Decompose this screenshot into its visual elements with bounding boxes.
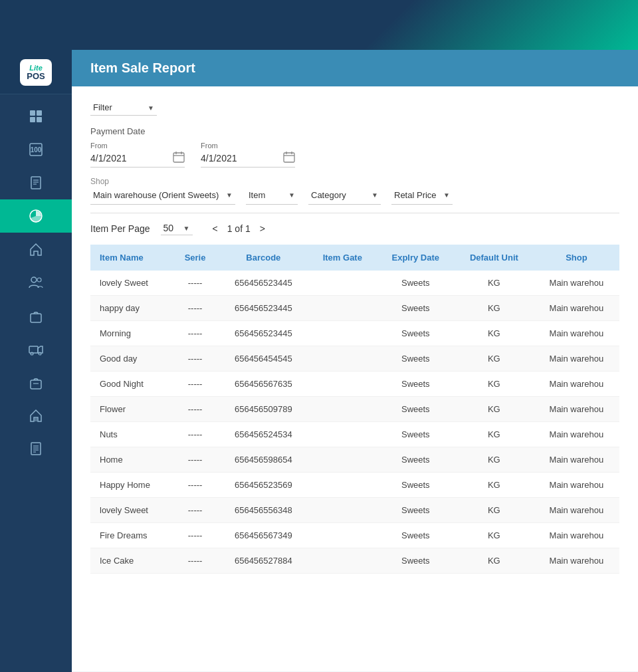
cell-item-gate [308, 372, 377, 397]
calendar-icon-1[interactable] [173, 151, 185, 166]
cell-expiry-date: Sweets [377, 447, 455, 473]
payment-date-section: Payment Date From [90, 126, 619, 168]
retail-price-select[interactable]: Retal Price Cost Price [391, 189, 453, 201]
shop-select[interactable]: Main warehouse (Orient Sweets) All Shops [90, 189, 235, 201]
per-page-select[interactable]: 50 25 100 [161, 221, 193, 235]
cell-item-name: Happy Home [90, 473, 171, 498]
cell-item-gate [308, 422, 377, 447]
col-shop: Shop [534, 245, 619, 271]
sidebar: Lite POS [0, 50, 72, 672]
cell-default-unit: KG [455, 346, 534, 372]
reports-icon [29, 175, 43, 190]
dates-row: From [90, 142, 619, 168]
logo-pos: POS [27, 72, 45, 80]
cell-shop: Main warehou [534, 473, 619, 498]
svg-rect-17 [31, 380, 41, 389]
cell-serie: ----- [171, 397, 218, 422]
filter-select[interactable]: Filter All By Date [90, 100, 157, 116]
filter-dropdown-wrapper[interactable]: Filter All By Date ▼ [90, 100, 157, 116]
item-dropdown-wrapper[interactable]: Item All Items ▼ [246, 189, 298, 205]
cell-item-name: Ice Cake [90, 548, 171, 574]
table-row: Morning ----- 656456523445 Sweets KG Mai… [90, 321, 619, 346]
cell-expiry-date: Sweets [377, 321, 455, 346]
sidebar-item-users[interactable] [0, 266, 72, 299]
cell-barcode: 656456524534 [219, 422, 308, 447]
sidebar-item-counter[interactable]: 100 [0, 133, 72, 166]
per-page-wrapper[interactable]: 50 25 100 ▼ [161, 221, 193, 235]
svg-rect-2 [30, 117, 35, 122]
date-field-2: From [201, 142, 295, 168]
item-select[interactable]: Item All Items [246, 189, 298, 201]
home-icon [29, 242, 43, 257]
content-area: Filter All By Date ▼ Payment Date From [72, 86, 638, 671]
table-row: Home ----- 656456598654 Sweets KG Main w… [90, 447, 619, 473]
cell-barcode: 656456523445 [219, 271, 308, 296]
cell-barcode: 656456523445 [219, 296, 308, 321]
cell-serie: ----- [171, 523, 218, 548]
page-nav: < 1 of 1 > [209, 222, 269, 235]
page-header: Item Sale Report [72, 50, 638, 86]
bag-icon [29, 308, 43, 323]
divider [90, 213, 619, 213]
reports2-icon [29, 441, 43, 456]
col-default-unit: Default Unit [455, 245, 534, 271]
from-label-1: From [90, 142, 185, 150]
cell-item-name: Good Night [90, 372, 171, 397]
date-input-1[interactable] [90, 153, 170, 164]
cell-barcode: 656456509789 [219, 397, 308, 422]
sidebar-item-home[interactable] [0, 233, 72, 266]
svg-point-16 [39, 352, 41, 355]
cell-serie: ----- [171, 372, 218, 397]
date-input-2[interactable] [201, 153, 280, 164]
payment-date-label: Payment Date [90, 126, 619, 136]
retail-price-dropdown-wrapper[interactable]: Retal Price Cost Price ▼ [391, 189, 453, 205]
data-table: Item Name Serie Barcode Item Gate Explry… [90, 245, 619, 574]
cell-item-gate [308, 346, 377, 372]
sidebar-item-bag2[interactable] [0, 366, 72, 399]
sidebar-nav: 100 [0, 94, 72, 465]
sidebar-item-bag[interactable] [0, 299, 72, 332]
cell-shop: Main warehou [534, 447, 619, 473]
pagination-section: Item Per Page 50 25 100 ▼ < 1 of 1 > [90, 221, 619, 235]
svg-point-11 [31, 277, 37, 282]
cell-item-name: Home [90, 447, 171, 473]
cell-item-gate [308, 296, 377, 321]
cell-serie: ----- [171, 422, 218, 447]
svg-rect-29 [284, 153, 294, 162]
cell-default-unit: KG [455, 271, 534, 296]
items-per-page-label: Item Per Page [90, 223, 150, 234]
table-body: lovely Sweet ----- 656456523445 Sweets K… [90, 271, 619, 574]
cell-default-unit: KG [455, 296, 534, 321]
sidebar-item-truck[interactable] [0, 332, 72, 366]
svg-rect-19 [35, 418, 37, 421]
next-page-btn[interactable]: > [256, 222, 269, 235]
sidebar-item-dashboard[interactable] [0, 100, 72, 133]
prev-page-btn[interactable]: < [209, 222, 222, 235]
shop-dropdown-wrapper[interactable]: Main warehouse (Orient Sweets) All Shops… [90, 189, 235, 205]
sidebar-item-chart[interactable] [0, 199, 72, 233]
cell-item-name: lovely Sweet [90, 271, 171, 296]
sidebar-item-reports[interactable] [0, 166, 72, 199]
cell-serie: ----- [171, 473, 218, 498]
table-head: Item Name Serie Barcode Item Gate Explry… [90, 245, 619, 271]
category-select[interactable]: Category All Categories [308, 189, 381, 201]
truck-icon [29, 342, 43, 356]
top-bar [0, 0, 638, 50]
cell-shop: Main warehou [534, 346, 619, 372]
cell-barcode: 656456567635 [219, 372, 308, 397]
sidebar-item-home2[interactable] [0, 399, 72, 432]
cell-barcode: 656456567349 [219, 523, 308, 548]
cell-item-gate [308, 397, 377, 422]
cell-item-name: lovely Sweet [90, 498, 171, 523]
category-dropdown-wrapper[interactable]: Category All Categories ▼ [308, 189, 381, 205]
calendar-icon-2[interactable] [283, 151, 295, 166]
cell-item-gate [308, 271, 377, 296]
cell-serie: ----- [171, 346, 218, 372]
svg-rect-13 [31, 314, 41, 322]
cell-shop: Main warehou [534, 372, 619, 397]
cell-barcode: 656456523445 [219, 321, 308, 346]
cell-expiry-date: Sweets [377, 473, 455, 498]
cell-item-gate [308, 523, 377, 548]
table-row: Good day ----- 656456454545 Sweets KG Ma… [90, 346, 619, 372]
sidebar-item-reports2[interactable] [0, 432, 72, 465]
